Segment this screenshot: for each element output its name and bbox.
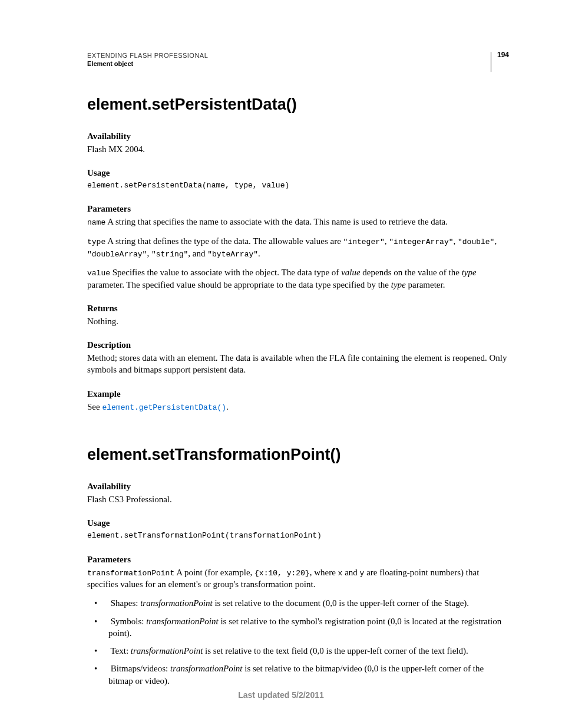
param-value-ital2: type (462, 268, 477, 277)
param-tp-code: transformationPoint (87, 569, 174, 578)
availability-label-2: Availability (87, 482, 509, 492)
param-type: type A string that defines the type of t… (87, 235, 509, 259)
param-transformationpoint: transformationPoint A point (for example… (87, 566, 509, 591)
bullet-rest: is set relative to the document (0,0 is … (213, 598, 469, 608)
parameters-label-2: Parameters (87, 555, 509, 565)
bullet-ital: transformationPoint (170, 664, 243, 673)
period1: . (258, 249, 260, 258)
returns-text: Nothing. (87, 315, 509, 327)
bullet-ital: transformationPoint (140, 598, 213, 608)
sep2: , (454, 236, 458, 246)
param-value-text-a: Specifies the value to associate with th… (110, 268, 341, 277)
bullet-lead: Text: (110, 646, 130, 655)
footer-updated: Last updated 5/2/2011 (0, 690, 562, 700)
bullet-bitmaps: Bitmaps/videos: transformationPoint is s… (92, 663, 509, 687)
param-tp-text-a: A point (for example, (174, 568, 254, 577)
param-value-text-d: parameter. (406, 280, 445, 289)
description-text: Method; stores data with an element. The… (87, 352, 509, 376)
param-value-text-b: depends on the value of the (361, 268, 462, 277)
example-label: Example (87, 389, 509, 399)
usage-code-2: element.setTransformationPoint(transform… (87, 531, 509, 541)
param-value-text-c: parameter. The specified value should be… (87, 280, 391, 289)
param-type-code: type (87, 238, 105, 246)
returns-label: Returns (87, 304, 509, 314)
example-pre: See (87, 402, 102, 411)
param-value-ital3: type (391, 280, 406, 289)
param-name: name A string that specifies the name to… (87, 216, 509, 228)
param-name-code: name (87, 218, 105, 227)
usage-label: Usage (87, 168, 509, 178)
bullet-lead: Shapes: (111, 598, 140, 608)
param-type-val6: "byteArray" (207, 250, 258, 259)
param-type-val3: "double" (458, 238, 494, 246)
page-number: 194 (497, 51, 509, 59)
param-value-code: value (87, 269, 110, 278)
availability-text: Flash MX 2004. (87, 143, 509, 155)
header-section: Element object (87, 60, 509, 67)
bullet-lead: Bitmaps/videos: (111, 664, 170, 673)
param-value-ital1: value (341, 268, 360, 277)
bullet-rest: is set relative to the text field (0,0 i… (203, 646, 468, 655)
bullet-lead: Symbols: (111, 617, 146, 626)
description-label: Description (87, 340, 509, 350)
bullet-ital: transformationPoint (131, 646, 203, 655)
bullet-list: Shapes: transformationPoint is set relat… (87, 597, 509, 687)
usage-code: element.setPersistentData(name, type, va… (87, 180, 509, 191)
param-name-text: A string that specifies the name to asso… (105, 217, 448, 226)
example-link[interactable]: element.getPersistentData() (102, 403, 226, 412)
param-type-val1: "integer" (343, 238, 385, 246)
param-tp-text-c: and (342, 568, 359, 577)
example-text: See element.getPersistentData(). (87, 401, 509, 413)
availability-label: Availability (87, 131, 509, 141)
availability-text-2: Flash CS3 Professional. (87, 493, 509, 505)
method-title-settransformationpoint: element.setTransformationPoint() (87, 446, 509, 464)
page-number-rule (491, 52, 491, 72)
param-type-val4: "doubleArray" (87, 250, 147, 259)
param-tp-example: {x:10, y:20} (254, 569, 310, 578)
bullet-shapes: Shapes: transformationPoint is set relat… (92, 597, 509, 609)
usage-label-2: Usage (87, 518, 509, 528)
parameters-label: Parameters (87, 204, 509, 214)
and: , and (188, 249, 207, 258)
method-title-setpersistentdata: element.setPersistentData() (87, 95, 509, 114)
sep4: , (147, 249, 151, 258)
param-type-val2: "integerArray" (389, 238, 453, 246)
bullet-ital: transformationPoint (146, 617, 219, 626)
param-value: value Specifies the value to associate w… (87, 266, 509, 291)
bullet-symbols: Symbols: transformationPoint is set rela… (92, 615, 509, 640)
param-type-val5: "string" (151, 250, 188, 259)
param-tp-text-b: , where (310, 568, 338, 577)
sep3: , (494, 236, 497, 246)
page: EXTENDING FLASH PROFESSIONAL Element obj… (0, 0, 562, 728)
header-chapter: EXTENDING FLASH PROFESSIONAL (87, 52, 509, 59)
bullet-text: Text: transformationPoint is set relativ… (92, 645, 509, 657)
param-type-text-a: A string that defines the type of the da… (105, 236, 343, 246)
example-post: . (226, 402, 229, 411)
